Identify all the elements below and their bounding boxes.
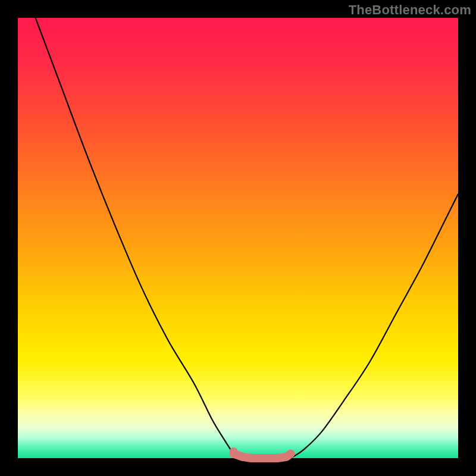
bottom-band	[234, 454, 291, 458]
plot-area	[18, 18, 458, 458]
watermark-text: TheBottleneck.com	[349, 2, 471, 18]
right-curve	[291, 194, 458, 458]
band-dot	[230, 447, 238, 456]
chart-svg	[18, 18, 458, 458]
chart-frame: TheBottleneck.com	[0, 0, 476, 476]
left-curve	[36, 18, 238, 458]
